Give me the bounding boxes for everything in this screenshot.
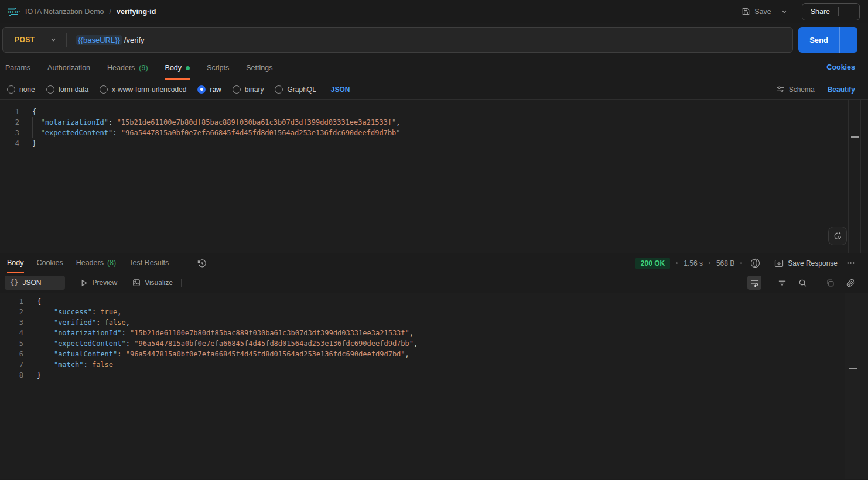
code-line: 2 "notarizationId": "15b21de61100e7b80df… <box>0 117 868 128</box>
send-button-group: Send <box>798 27 857 53</box>
radio-graphql-label: GraphQL <box>287 85 316 94</box>
code-line: 2 "success": true, <box>0 307 868 317</box>
radio-graphql[interactable]: GraphQL <box>275 85 316 94</box>
search-button[interactable] <box>795 276 809 290</box>
line-number: 1 <box>0 296 23 307</box>
send-button[interactable]: Send <box>798 27 839 53</box>
body-type-row: none form-data x-www-form-urlencoded raw… <box>0 80 868 100</box>
radio-binary[interactable]: binary <box>233 85 264 94</box>
tab-body[interactable]: Body <box>165 58 191 80</box>
postbot-sparkle-icon <box>833 231 843 241</box>
copy-link-button[interactable] <box>843 276 857 290</box>
radio-x-www-form-urlencoded[interactable]: x-www-form-urlencoded <box>100 85 186 94</box>
base-url-variable[interactable]: {{baseURL}} <box>76 35 122 45</box>
radio-none[interactable]: none <box>7 85 35 94</box>
code-line: 1{ <box>0 296 868 307</box>
tab-headers[interactable]: Headers (9) <box>107 58 149 80</box>
indent-guide <box>37 317 37 328</box>
visualize-label: Visualize <box>145 279 173 287</box>
meta-separator-dot <box>740 262 742 264</box>
more-options-icon <box>846 259 855 268</box>
save-button[interactable]: Save <box>741 7 771 16</box>
request-bar: POST {{baseURL}} /verify Send <box>0 23 868 56</box>
indent-guide <box>32 128 33 138</box>
code-line: 3 "expectedContent": "96a5447815a0bf0e7e… <box>0 128 868 138</box>
tab-headers-label: Headers <box>107 64 135 72</box>
response-size: 568 B <box>716 259 734 268</box>
save-response-label: Save Response <box>788 259 838 268</box>
tab-headers-count: (9) <box>139 64 148 72</box>
response-format-selector[interactable]: {} JSON <box>5 276 65 290</box>
radio-binary-label: binary <box>245 85 264 94</box>
controls-divider <box>181 279 182 287</box>
tab-response-test-results[interactable]: Test Results <box>129 253 169 273</box>
request-tabs: Params Authorization Headers (9) Body Sc… <box>0 56 868 80</box>
radio-raw[interactable]: raw <box>197 85 221 94</box>
response-editor-scrollbar[interactable] <box>845 293 868 479</box>
tab-scripts[interactable]: Scripts <box>206 58 230 80</box>
radio-form-data[interactable]: form-data <box>46 85 88 94</box>
visualize-options-chevron[interactable] <box>186 276 200 290</box>
save-options-chevron[interactable] <box>777 6 791 18</box>
wrap-text-button[interactable] <box>747 276 761 290</box>
cookies-link[interactable]: Cookies <box>826 63 855 80</box>
save-response-icon <box>774 259 784 268</box>
radio-raw-label: raw <box>210 85 221 94</box>
language-selector[interactable]: JSON <box>331 85 367 94</box>
radio-circle-icon <box>233 85 241 94</box>
postbot-button[interactable] <box>828 227 847 245</box>
radio-circle-icon <box>7 85 15 94</box>
response-history-button[interactable] <box>195 256 209 270</box>
code-line: 7 "match": false <box>0 359 868 370</box>
response-headers-label: Headers <box>76 259 104 267</box>
breadcrumb-collection[interactable]: IOTA Notarization Demo <box>25 8 104 16</box>
schema-button[interactable]: Schema <box>776 85 815 94</box>
indent-guide <box>32 117 33 128</box>
url-input[interactable]: {{baseURL}} /verify <box>67 28 792 52</box>
response-tabs: Body Cookies Headers (8) Test Results 20… <box>0 253 868 273</box>
tab-response-headers[interactable]: Headers (8) <box>76 253 117 273</box>
code-line: 4 "notarizationId": "15b21de61100e7b80df… <box>0 328 868 338</box>
method-selector[interactable]: POST <box>3 36 66 44</box>
network-info-button[interactable] <box>748 256 762 270</box>
response-body-editor[interactable]: 1{2 "success": true,3 "verified": false,… <box>0 293 868 479</box>
scrollbar-thumb[interactable] <box>849 368 857 369</box>
copy-button[interactable] <box>823 276 837 290</box>
more-actions-button[interactable] <box>843 256 857 270</box>
code-line: 1{ <box>0 107 868 117</box>
image-icon <box>132 279 141 287</box>
line-number: 2 <box>0 117 19 128</box>
visualize-button[interactable]: Visualize <box>132 279 173 287</box>
icons-divider <box>768 279 768 287</box>
radio-circle-icon <box>100 85 108 94</box>
send-options-button[interactable] <box>839 27 857 53</box>
tab-response-body[interactable]: Body <box>7 253 24 273</box>
beautify-button[interactable]: Beautify <box>828 85 855 94</box>
request-editor-scrollbar[interactable] <box>848 100 861 253</box>
meta-separator-dot <box>709 262 710 264</box>
indent-guide <box>37 307 37 317</box>
tab-settings[interactable]: Settings <box>245 58 273 80</box>
share-button[interactable]: Share <box>802 8 838 16</box>
clock-history-icon <box>197 259 207 268</box>
share-button-group: Share <box>802 3 860 20</box>
url-path: /verify <box>124 36 145 44</box>
line-number: 2 <box>0 307 23 317</box>
request-body-editor[interactable]: 1{2 "notarizationId": "15b21de61100e7b80… <box>0 100 868 253</box>
play-icon <box>80 279 88 287</box>
line-number: 3 <box>0 128 19 138</box>
icons-divider <box>816 279 816 287</box>
status-badge: 200 OK <box>635 258 670 269</box>
tab-params[interactable]: Params <box>5 58 31 80</box>
line-number: 4 <box>0 138 19 149</box>
meta-divider <box>768 259 768 268</box>
save-response-button[interactable]: Save Response <box>774 259 838 268</box>
breadcrumb-request-name: verifying-id <box>117 8 156 16</box>
scrollbar-thumb[interactable] <box>851 136 859 138</box>
filter-button[interactable] <box>775 276 789 290</box>
copy-link-button[interactable] <box>839 7 859 16</box>
preview-button[interactable]: Preview <box>80 279 117 287</box>
tabs-divider <box>182 259 182 268</box>
tab-response-cookies[interactable]: Cookies <box>37 253 63 273</box>
tab-authorization[interactable]: Authorization <box>47 58 91 80</box>
